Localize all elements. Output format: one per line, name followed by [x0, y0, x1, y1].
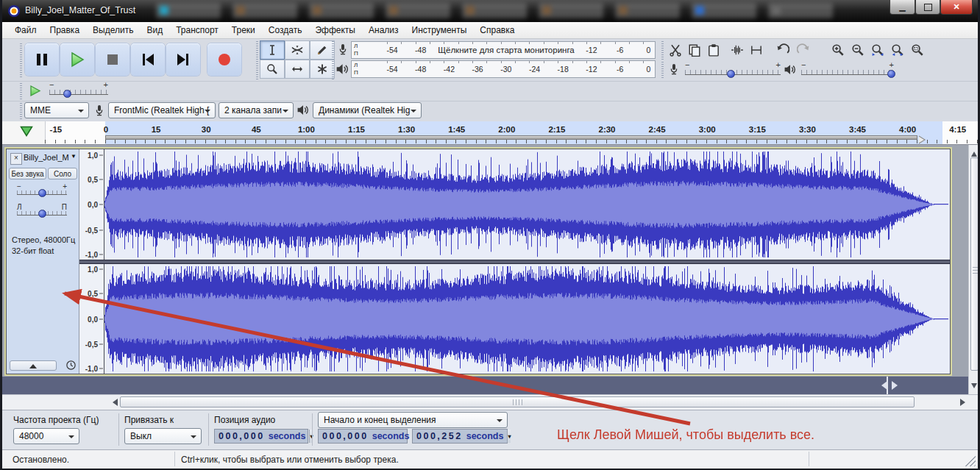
timetrack-clock-icon[interactable]: [65, 360, 77, 374]
menu-item-2[interactable]: Выделить: [86, 23, 140, 38]
chevron-down-icon[interactable]: ▾: [507, 430, 511, 443]
fit-selection-button[interactable]: [869, 41, 887, 59]
minimize-button[interactable]: ▁: [890, 0, 915, 15]
window-resize-grip[interactable]: [965, 456, 976, 466]
slider-thumb[interactable]: [38, 210, 46, 218]
audio-host-select[interactable]: MME: [24, 102, 89, 118]
record-button[interactable]: [207, 43, 241, 76]
menu-item-9[interactable]: Инструменты: [405, 23, 474, 38]
copy-button[interactable]: [686, 41, 703, 59]
slider-track[interactable]: [801, 70, 894, 75]
scroll-left-arrow-icon[interactable]: [109, 399, 118, 406]
snap-to-select[interactable]: Выкл: [124, 428, 202, 444]
skip-to-start-button[interactable]: [131, 43, 165, 76]
silence-audio-button[interactable]: [748, 41, 765, 59]
paste-button[interactable]: [705, 41, 722, 59]
track-title: Billy_Joel_M: [24, 153, 69, 162]
playback-meter[interactable]: Л П -54-48-42-36-30-24-18-12-60: [351, 60, 656, 78]
mute-button[interactable]: Без звука: [9, 168, 46, 179]
fit-project-button[interactable]: [889, 41, 906, 59]
timeline-ruler[interactable]: -1501530451:001:151:301:452:002:152:302:…: [2, 121, 978, 145]
track-collapse-button[interactable]: [10, 360, 57, 371]
playback-volume-slider[interactable]: − +: [801, 62, 894, 78]
track-close-button[interactable]: ×: [10, 153, 22, 165]
channel-separator[interactable]: [79, 260, 950, 264]
play-button[interactable]: [60, 43, 94, 76]
zoom-tool-button[interactable]: [260, 60, 285, 79]
meter-tick-label: -30: [500, 65, 511, 74]
selection-end-field[interactable]: 000,252 seconds ▾: [412, 429, 508, 444]
maximize-button[interactable]: [915, 0, 940, 15]
vertical-ruler-left-channel[interactable]: 1,00,50,0-0,5-1,0: [79, 149, 104, 260]
track-pan-slider[interactable]: Л П: [17, 205, 67, 218]
menu-item-3[interactable]: Вид: [140, 23, 169, 38]
track-control-panel[interactable]: × Billy_Joel_M▼ Без звука Соло − + Л П: [7, 149, 79, 374]
menu-item-5[interactable]: Треки: [225, 23, 262, 38]
scroll-down-arrow-icon[interactable]: [971, 383, 977, 391]
waveform-left-channel[interactable]: [104, 149, 950, 260]
selection-tool-button[interactable]: [260, 40, 285, 60]
menu-item-7[interactable]: Эффекты: [308, 23, 362, 38]
skip-to-end-button[interactable]: [166, 43, 200, 76]
audio-track[interactable]: × Billy_Joel_M▼ Без звука Соло − + Л П: [6, 149, 951, 374]
undo-button[interactable]: [774, 41, 792, 59]
recording-channels-select[interactable]: 2 канала запи: [219, 102, 294, 118]
waveform-right-channel[interactable]: [104, 264, 950, 374]
audacity-window: Billy_Joel_Matter_Of_Trust ▁ ✕ ФайлПравк…: [0, 0, 980, 470]
slider-thumb[interactable]: [38, 189, 46, 197]
slider-thumb[interactable]: [63, 90, 71, 98]
menu-item-8[interactable]: Анализ: [362, 23, 405, 38]
record-meter-mic-icon[interactable]: [337, 43, 349, 58]
solo-button[interactable]: Соло: [48, 168, 77, 179]
play-at-speed-button[interactable]: [26, 82, 43, 99]
meter-tick-label: -12: [586, 46, 597, 54]
pause-button[interactable]: [25, 43, 59, 76]
title-bar[interactable]: Billy_Joel_Matter_Of_Trust: [0, 0, 980, 22]
close-button[interactable]: ✕: [940, 0, 973, 15]
timeshift-tool-button[interactable]: [285, 60, 310, 79]
timeline-pin-icon[interactable]: [20, 126, 33, 140]
recording-meter[interactable]: Л П -54-48-12-60 Щёлкните для старта мон…: [351, 41, 656, 59]
playback-meter-speaker-icon[interactable]: [335, 63, 349, 79]
menu-item-10[interactable]: Справка: [473, 23, 521, 38]
horizontal-scrollbar[interactable]: [2, 394, 978, 410]
draw-tool-button[interactable]: [310, 40, 335, 60]
zoom-toggle-button[interactable]: [909, 41, 926, 59]
track-title-menu[interactable]: Billy_Joel_M▼: [24, 153, 77, 163]
slider-track[interactable]: [49, 90, 108, 95]
horizontal-scrollbar-thumb[interactable]: [120, 396, 915, 407]
selection-mode-value: Начало и конец выделения: [324, 415, 436, 425]
menu-item-0[interactable]: Файл: [8, 23, 43, 38]
zoom-out-button[interactable]: [849, 41, 867, 59]
project-rate-select[interactable]: 48000: [13, 428, 79, 444]
menu-item-1[interactable]: Правка: [43, 23, 87, 38]
play-speed-slider[interactable]: − +: [49, 82, 108, 98]
audio-position-field[interactable]: 000,000 seconds ▾: [214, 429, 308, 444]
stop-button[interactable]: [96, 43, 129, 76]
zoom-in-button[interactable]: [829, 41, 847, 59]
cursor-marker-left-icon: [877, 381, 887, 390]
slider-thumb[interactable]: [727, 70, 735, 78]
vertical-scrollbar-thumb[interactable]: [970, 157, 979, 371]
timeline-label: 3:30: [799, 125, 816, 134]
envelope-tool-button[interactable]: [285, 40, 310, 60]
empty-track-space[interactable]: [2, 377, 968, 394]
recording-volume-slider[interactable]: − +: [685, 62, 781, 78]
multi-tool-button[interactable]: [310, 60, 335, 79]
timeline-label: 1:15: [348, 125, 365, 134]
redo-button[interactable]: [795, 41, 812, 59]
trim-audio-button[interactable]: [728, 41, 746, 59]
scroll-up-arrow-icon[interactable]: [971, 149, 977, 157]
selection-start-field[interactable]: 000,000 seconds ▾: [318, 429, 408, 444]
selection-mode-select[interactable]: Начало и конец выделения: [318, 412, 508, 428]
menu-item-6[interactable]: Создать: [262, 23, 309, 38]
scroll-right-arrow-icon[interactable]: [960, 399, 969, 406]
recording-device-select[interactable]: FrontMic (Realtek High [: [108, 102, 216, 118]
playback-device-select[interactable]: Динамики (Realtek Hig: [313, 102, 422, 118]
cut-button[interactable]: [667, 41, 684, 59]
track-gain-slider[interactable]: − +: [17, 185, 67, 198]
vertical-ruler-right-channel[interactable]: 1,00,50,0-0,5-1,0: [79, 264, 104, 374]
menu-item-4[interactable]: Транспорт: [169, 23, 225, 38]
monitoring-message[interactable]: Щёлкните для старта мониторинга: [438, 46, 575, 54]
slider-thumb[interactable]: [887, 70, 895, 78]
